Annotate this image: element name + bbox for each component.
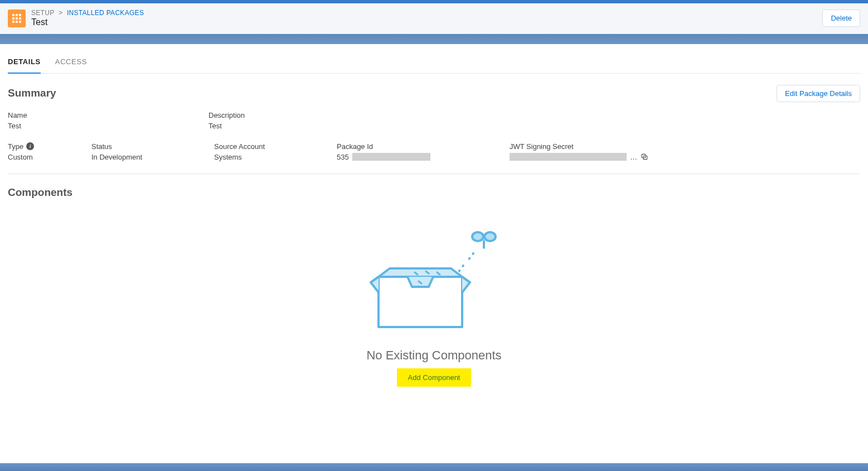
- summary-fields-row2: Type i Custom Status In Development Sour…: [8, 142, 860, 169]
- svg-point-3: [484, 232, 496, 241]
- name-label: Name: [8, 111, 186, 119]
- status-label: Status: [91, 142, 192, 151]
- info-icon[interactable]: i: [26, 142, 34, 150]
- type-label: Type i: [8, 142, 69, 151]
- breadcrumb-separator: >: [59, 9, 62, 17]
- page-title: Test: [31, 17, 144, 27]
- source-account-value: Systems: [214, 153, 314, 161]
- source-account-label: Source Account: [214, 142, 314, 151]
- app-launcher-icon[interactable]: [8, 9, 26, 27]
- package-id-label: Package Id: [337, 142, 487, 151]
- empty-state-title: No Existing Components: [8, 348, 860, 363]
- copy-icon[interactable]: [641, 153, 648, 161]
- status-value: In Development: [91, 153, 192, 161]
- add-component-button[interactable]: Add Component: [397, 368, 472, 387]
- type-value: Custom: [8, 153, 69, 161]
- breadcrumb-installed-packages-link[interactable]: INSTALLED PACKAGES: [67, 9, 144, 17]
- page-header: SETUP > INSTALLED PACKAGES Test Delete: [0, 3, 868, 34]
- tab-details[interactable]: DETAILS: [8, 51, 41, 74]
- components-title: Components: [8, 186, 860, 199]
- edit-package-details-button[interactable]: Edit Package Details: [777, 85, 860, 102]
- main-content: DETAILS ACCESS Summary Edit Package Deta…: [0, 44, 868, 409]
- decorative-topo-border: [0, 34, 868, 44]
- description-value: Test: [208, 122, 270, 130]
- svg-point-2: [472, 232, 483, 241]
- jwt-secret-value: …: [510, 153, 648, 161]
- summary-header: Summary Edit Package Details: [8, 85, 860, 102]
- redacted-bar: [510, 153, 627, 161]
- tab-access[interactable]: ACCESS: [55, 51, 87, 73]
- jwt-secret-label: JWT Signing Secret: [510, 142, 648, 151]
- empty-box-illustration: [8, 221, 860, 338]
- delete-button[interactable]: Delete: [822, 9, 860, 27]
- tabs: DETAILS ACCESS: [8, 51, 860, 74]
- section-divider: [8, 174, 860, 174]
- jwt-ellipsis: …: [630, 153, 637, 161]
- description-label: Description: [208, 111, 270, 119]
- summary-title: Summary: [8, 87, 56, 99]
- empty-state: No Existing Components Add Component: [8, 221, 860, 387]
- package-id-value: 535: [337, 153, 487, 161]
- redacted-bar: [352, 153, 430, 161]
- breadcrumb: SETUP > INSTALLED PACKAGES: [31, 9, 144, 17]
- name-value: Test: [8, 122, 186, 130]
- breadcrumb-root: SETUP: [31, 9, 54, 17]
- summary-fields-row1: Name Test Description Test: [8, 111, 860, 138]
